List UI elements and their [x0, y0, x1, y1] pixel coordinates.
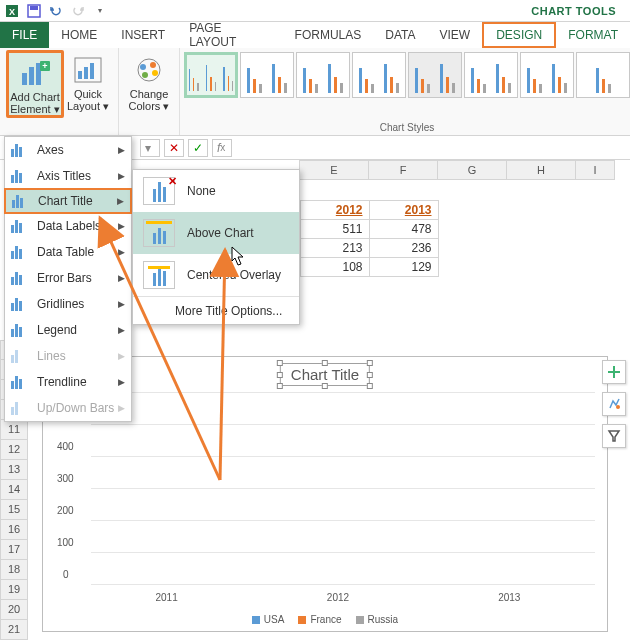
- col-header-i[interactable]: I: [575, 160, 615, 180]
- menu-gridlines[interactable]: Gridlines▶: [5, 291, 131, 317]
- chart-filters-icon[interactable]: [602, 424, 626, 448]
- chart-style-4[interactable]: [352, 52, 406, 98]
- table-header[interactable]: 2013: [369, 200, 439, 220]
- legend-item-france[interactable]: France: [298, 614, 341, 625]
- data-table-icon: [11, 245, 29, 259]
- submenu-none[interactable]: ✕ None: [133, 170, 299, 212]
- menu-axes[interactable]: Axes▶: [5, 137, 131, 163]
- row-header[interactable]: 21: [0, 620, 28, 640]
- chart-style-8[interactable]: [576, 52, 630, 98]
- legend-item-usa[interactable]: USA: [252, 614, 285, 625]
- col-header-f[interactable]: F: [368, 160, 438, 180]
- enter-icon[interactable]: ✓: [188, 139, 208, 157]
- row-header[interactable]: 18: [0, 560, 28, 580]
- axis-titles-icon: [11, 169, 29, 183]
- menu-trendline[interactable]: Trendline▶: [5, 369, 131, 395]
- quick-layout-label: Quick Layout ▾: [64, 88, 112, 112]
- svg-point-13: [138, 59, 160, 81]
- quick-layout-icon: [72, 54, 104, 86]
- fx-icon[interactable]: fx: [212, 139, 232, 157]
- row-header[interactable]: 15: [0, 500, 28, 520]
- row-header[interactable]: 20: [0, 600, 28, 620]
- table-cell[interactable]: 478: [369, 219, 439, 239]
- table-cell[interactable]: 213: [300, 238, 370, 258]
- table-header[interactable]: 2012: [300, 200, 370, 220]
- row-header[interactable]: 11: [0, 420, 28, 440]
- col-header-g[interactable]: G: [437, 160, 507, 180]
- submenu-more-options[interactable]: More Title Options...: [133, 296, 299, 324]
- plot-area[interactable]: 0 100 200 300 400 500 600 20: [91, 393, 595, 585]
- menu-error-bars[interactable]: Error Bars▶: [5, 265, 131, 291]
- svg-point-14: [140, 64, 146, 70]
- redo-icon[interactable]: [70, 3, 86, 19]
- undo-icon[interactable]: [48, 3, 64, 19]
- change-colors-icon: [133, 54, 165, 86]
- tab-data[interactable]: DATA: [373, 22, 427, 48]
- tab-design[interactable]: DESIGN: [482, 22, 556, 48]
- col-header-e[interactable]: E: [299, 160, 369, 180]
- change-colors-label: Change Colors ▾: [125, 88, 173, 112]
- error-bars-icon: [11, 271, 29, 285]
- menu-chart-title[interactable]: Chart Title▶: [4, 188, 132, 214]
- cancel-icon[interactable]: ✕: [164, 139, 184, 157]
- svg-rect-10: [78, 71, 82, 79]
- tab-insert[interactable]: INSERT: [109, 22, 177, 48]
- name-box-dropdown[interactable]: ▾: [140, 139, 160, 157]
- tab-page-layout[interactable]: PAGE LAYOUT: [177, 22, 282, 48]
- chart-style-1[interactable]: [184, 52, 238, 98]
- x-tick-label: 2012: [327, 592, 349, 603]
- chart-legend[interactable]: USA France Russia: [43, 614, 607, 625]
- row-header[interactable]: 16: [0, 520, 28, 540]
- table-cell[interactable]: 236: [369, 238, 439, 258]
- none-icon: ✕: [143, 177, 175, 205]
- svg-text:X: X: [9, 7, 15, 17]
- tab-view[interactable]: VIEW: [428, 22, 483, 48]
- data-table: 2012 2013 511478 213236 108129: [300, 200, 438, 276]
- qat-dropdown-icon[interactable]: ▾: [92, 3, 108, 19]
- chart-style-6[interactable]: [464, 52, 518, 98]
- svg-rect-3: [30, 6, 38, 10]
- menu-data-labels[interactable]: Data Labels▶: [5, 213, 131, 239]
- submenu-centered-overlay[interactable]: Centered Overlay: [133, 254, 299, 296]
- menu-data-table[interactable]: Data Table▶: [5, 239, 131, 265]
- chart-elements-icon[interactable]: [602, 360, 626, 384]
- chart-styles-icon[interactable]: [602, 392, 626, 416]
- table-cell[interactable]: 108: [300, 257, 370, 277]
- chart-styles-gallery[interactable]: [180, 48, 630, 98]
- col-header-h[interactable]: H: [506, 160, 576, 180]
- axes-icon: [11, 143, 29, 157]
- quick-layout-button[interactable]: Quick Layout ▾: [64, 50, 112, 112]
- menu-axis-titles[interactable]: Axis Titles▶: [5, 163, 131, 189]
- tab-file[interactable]: FILE: [0, 22, 49, 48]
- row-header[interactable]: 19: [0, 580, 28, 600]
- tab-format[interactable]: FORMAT: [556, 22, 630, 48]
- chart-tools-label: CHART TOOLS: [531, 5, 616, 17]
- add-chart-element-label: Add Chart Element ▾: [9, 91, 61, 115]
- chart-style-2[interactable]: [240, 52, 294, 98]
- row-header[interactable]: 14: [0, 480, 28, 500]
- chart-style-3[interactable]: [296, 52, 350, 98]
- save-icon[interactable]: [26, 3, 42, 19]
- submenu-above-chart-label: Above Chart: [187, 226, 254, 240]
- menu-legend[interactable]: Legend▶: [5, 317, 131, 343]
- row-header[interactable]: 17: [0, 540, 28, 560]
- submenu-above-chart[interactable]: Above Chart: [133, 212, 299, 254]
- change-colors-button[interactable]: Change Colors ▾: [125, 50, 173, 112]
- tab-formulas[interactable]: FORMULAS: [283, 22, 374, 48]
- row-header[interactable]: 12: [0, 440, 28, 460]
- excel-icon: X: [4, 3, 20, 19]
- chart-style-7[interactable]: [520, 52, 574, 98]
- chart-style-5[interactable]: [408, 52, 462, 98]
- table-cell[interactable]: 511: [300, 219, 370, 239]
- submenu-more-label: More Title Options...: [175, 304, 282, 318]
- gridlines-icon: [11, 297, 29, 311]
- row-header[interactable]: 13: [0, 460, 28, 480]
- svg-point-17: [142, 72, 148, 78]
- table-cell[interactable]: 129: [369, 257, 439, 277]
- menu-lines: Lines▶: [5, 343, 131, 369]
- svg-rect-12: [90, 63, 94, 79]
- legend-item-russia[interactable]: Russia: [356, 614, 399, 625]
- add-chart-element-button[interactable]: + Add Chart Element ▾: [6, 50, 64, 118]
- svg-rect-4: [22, 73, 27, 85]
- tab-home[interactable]: HOME: [49, 22, 109, 48]
